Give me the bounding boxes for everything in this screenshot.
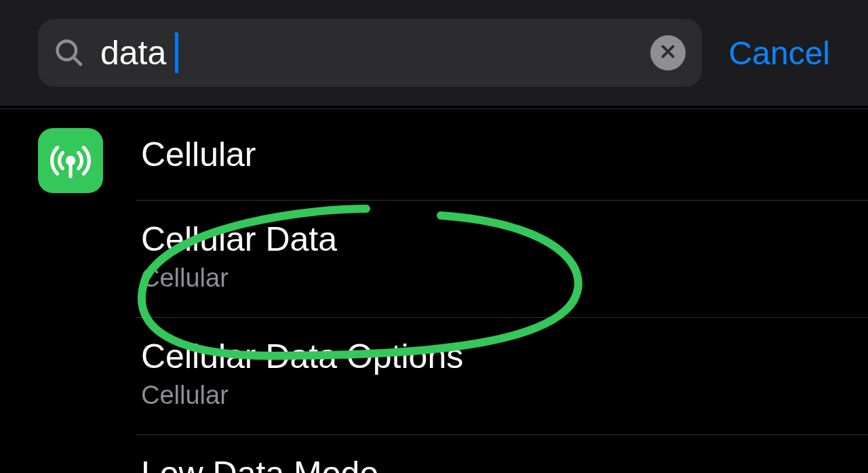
result-title: Cellular Data [141, 221, 868, 258]
result-subtitle: Cellular [141, 381, 868, 410]
text-cursor [175, 33, 178, 73]
result-low-data-mode[interactable]: Low Data Mode Cellular [136, 434, 868, 473]
search-results: Cellular Cellular Data Cellular Cellular… [0, 106, 868, 473]
result-cellular-data-options[interactable]: Cellular Data Options Cellular [136, 317, 868, 434]
search-icon [54, 38, 84, 68]
search-bar: Cancel [0, 0, 868, 106]
section-header: Cellular [136, 109, 868, 200]
search-input-wrap [100, 33, 634, 73]
result-title: Cellular Data Options [141, 338, 868, 375]
cellular-icon [38, 128, 103, 193]
close-icon [659, 43, 677, 63]
search-field[interactable] [38, 19, 702, 87]
result-subtitle: Cellular [141, 264, 868, 293]
svg-line-1 [74, 58, 81, 65]
cancel-button[interactable]: Cancel [729, 35, 830, 72]
result-cellular-data[interactable]: Cellular Data Cellular [136, 200, 868, 317]
svg-point-0 [58, 41, 76, 60]
section-content: Cellular Cellular Data Cellular Cellular… [136, 109, 868, 473]
results-section-cellular: Cellular Cellular Data Cellular Cellular… [0, 109, 868, 473]
search-input[interactable] [100, 33, 634, 73]
result-title: Low Data Mode [141, 455, 868, 473]
clear-search-button[interactable] [650, 35, 686, 70]
